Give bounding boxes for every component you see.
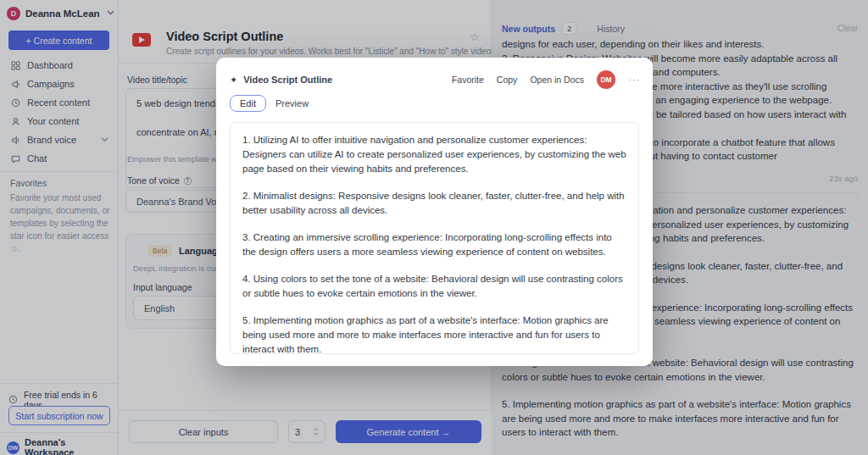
copy-button[interactable]: Copy: [497, 75, 518, 85]
sparkle-icon: ✦: [230, 75, 237, 86]
editor-paragraph: 4. Using colors to set the tone of a web…: [242, 272, 626, 301]
more-options-icon[interactable]: ···: [628, 74, 641, 86]
tab-edit[interactable]: Edit: [230, 95, 266, 112]
modal-editor[interactable]: 1. Utilizing AI to offer intuitive navig…: [230, 122, 639, 354]
open-in-docs-button[interactable]: Open in Docs: [530, 75, 584, 85]
author-avatar[interactable]: DM: [597, 70, 615, 89]
modal-actions: Favorite Copy Open in Docs DM ···: [452, 70, 641, 89]
modal-header: ✦ Video Script Outline Favorite Copy Ope…: [230, 69, 641, 90]
editor-paragraph: 3. Creating an immersive scrolling exper…: [242, 230, 626, 259]
favorite-button[interactable]: Favorite: [452, 75, 484, 85]
output-detail-modal: ✦ Video Script Outline Favorite Copy Ope…: [216, 58, 653, 366]
editor-paragraph: 5. Implementing motion graphics as part …: [242, 314, 626, 354]
modal-title: Video Script Outline: [243, 75, 332, 85]
editor-paragraph: 1. Utilizing AI to offer intuitive navig…: [242, 133, 626, 176]
modal-tabs: Edit Preview: [230, 95, 318, 112]
editor-paragraph: 2. Minimalist designs: Responsive design…: [242, 189, 626, 218]
app-root: D Deanna McLean + Create content Dashboa…: [0, 0, 868, 455]
tab-preview[interactable]: Preview: [266, 96, 318, 111]
